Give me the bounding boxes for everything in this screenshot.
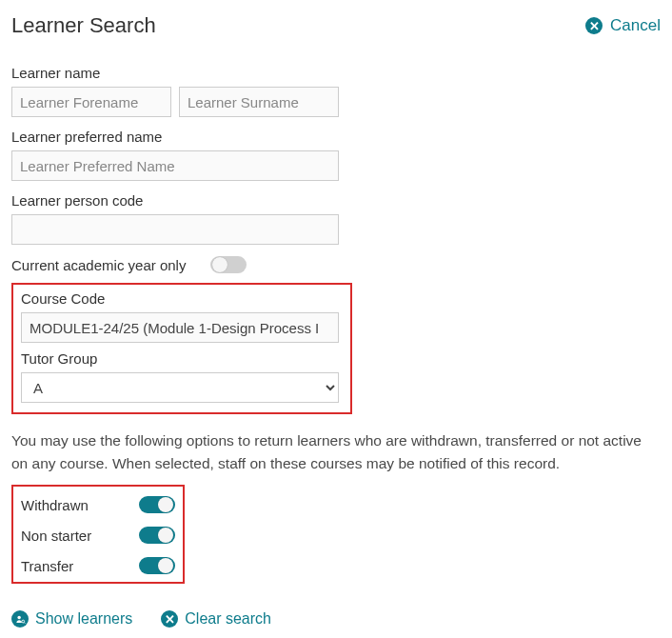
show-learners-button[interactable]: Show learners — [11, 610, 132, 628]
svg-point-0 — [17, 615, 20, 618]
close-icon: ✕ — [585, 17, 603, 34]
preferred-name-label: Learner preferred name — [11, 129, 661, 145]
tutor-group-select[interactable]: A — [21, 372, 339, 403]
status-filter-box: Withdrawn Non starter Transfer — [11, 485, 185, 584]
cancel-button[interactable]: ✕ Cancel — [585, 16, 661, 35]
page-title: Learner Search — [11, 13, 156, 38]
clear-search-button[interactable]: ✕ Clear search — [161, 610, 271, 628]
withdrawn-toggle[interactable] — [139, 496, 175, 513]
cancel-label: Cancel — [610, 16, 661, 35]
course-code-label: Course Code — [21, 290, 343, 307]
withdrawn-label: Withdrawn — [21, 497, 89, 513]
academic-year-toggle[interactable] — [210, 256, 247, 273]
person-code-label: Learner person code — [11, 192, 661, 209]
learner-name-label: Learner name — [11, 65, 661, 81]
show-learners-label: Show learners — [35, 610, 132, 628]
svg-line-2 — [24, 622, 25, 623]
non-starter-toggle[interactable] — [139, 527, 175, 544]
learner-surname-input[interactable] — [179, 87, 339, 117]
course-filter-box: Course Code Tutor Group A — [11, 283, 352, 414]
svg-point-1 — [21, 620, 24, 623]
course-code-input[interactable] — [21, 312, 339, 343]
transfer-toggle[interactable] — [139, 557, 175, 574]
transfer-label: Transfer — [21, 558, 73, 574]
non-starter-label: Non starter — [21, 528, 91, 544]
person-code-input[interactable] — [11, 214, 339, 245]
learner-forename-input[interactable] — [11, 87, 171, 117]
clear-icon: ✕ — [161, 610, 178, 628]
academic-year-label: Current academic year only — [11, 257, 186, 273]
tutor-group-label: Tutor Group — [21, 350, 343, 367]
search-user-icon — [11, 610, 29, 628]
clear-search-label: Clear search — [185, 610, 271, 628]
help-text: You may use the following options to ret… — [11, 429, 661, 475]
preferred-name-input[interactable] — [11, 150, 339, 181]
